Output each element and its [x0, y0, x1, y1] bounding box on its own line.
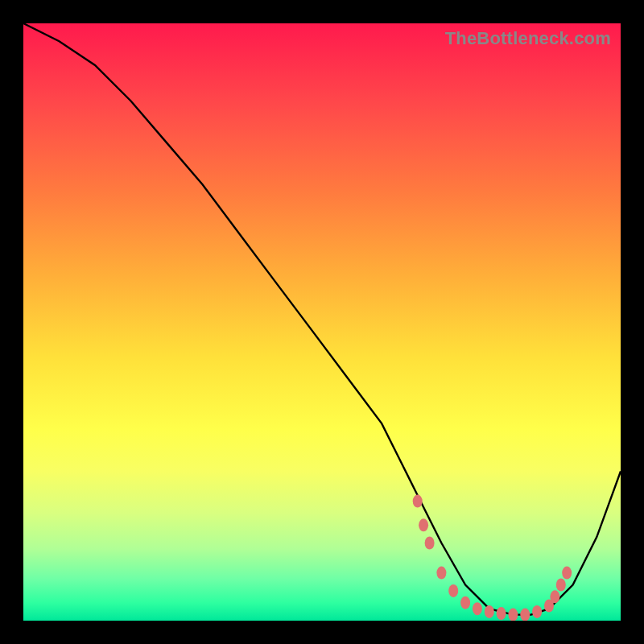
data-marker [413, 495, 423, 508]
data-marker [419, 518, 428, 531]
plot-area: TheBottleneck.com [23, 23, 621, 621]
data-marker [448, 584, 458, 597]
data-marker [556, 579, 566, 592]
data-marker [497, 607, 506, 620]
marker-layer [413, 495, 572, 621]
data-marker [532, 605, 542, 618]
data-marker [550, 590, 559, 603]
chart-svg [23, 23, 621, 621]
data-marker [485, 605, 494, 618]
data-marker [562, 567, 572, 580]
data-marker [473, 602, 482, 615]
data-marker [425, 537, 435, 550]
curve-layer [23, 23, 621, 615]
data-marker [436, 567, 446, 580]
figure-frame: TheBottleneck.com [0, 0, 644, 644]
data-marker [460, 597, 470, 609]
data-marker [508, 609, 518, 621]
data-marker [520, 609, 530, 621]
bottleneck-curve [23, 23, 621, 615]
